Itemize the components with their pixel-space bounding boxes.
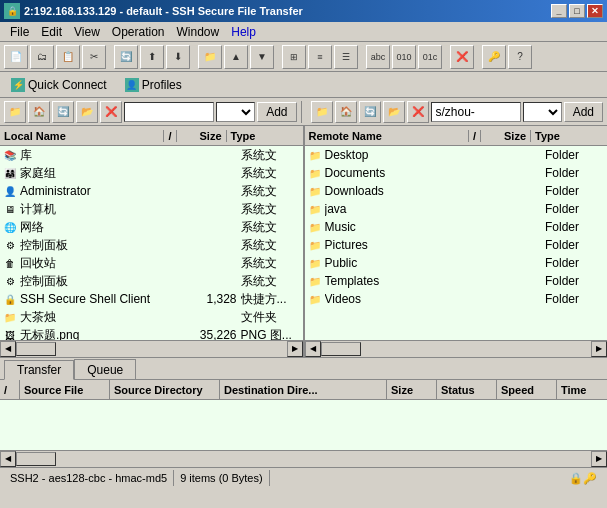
- tab-queue[interactable]: Queue: [74, 359, 136, 379]
- tb-new[interactable]: 📄: [4, 45, 28, 69]
- tb-download[interactable]: ▼: [250, 45, 274, 69]
- local-file-name: SSH Secure Shell Client: [20, 292, 191, 306]
- local-scroll-thumb[interactable]: [16, 342, 56, 356]
- local-delete-button[interactable]: ❌: [100, 101, 122, 123]
- tb-abc[interactable]: abc: [366, 45, 390, 69]
- tb-010[interactable]: 010: [392, 45, 416, 69]
- menu-help[interactable]: Help: [225, 23, 262, 41]
- remote-hscrollbar[interactable]: ◀ ▶: [305, 340, 608, 356]
- tb-open[interactable]: 🗂: [30, 45, 54, 69]
- remote-scroll-right[interactable]: ▶: [591, 341, 607, 357]
- transfer-scroll-right[interactable]: ▶: [591, 451, 607, 467]
- toolbar: 📄 🗂 📋 ✂ 🔄 ⬆ ⬇ 📁 ▲ ▼ ⊞ ≡ ☰ abc 010 01c ❌ …: [0, 42, 607, 72]
- local-file-row[interactable]: 🖼 无标题.png 35,226 PNG 图...: [0, 326, 303, 340]
- tb-01c[interactable]: 01c: [418, 45, 442, 69]
- tb-detail[interactable]: ☰: [334, 45, 358, 69]
- minimize-button[interactable]: _: [551, 4, 567, 18]
- local-file-row[interactable]: 👨‍👩‍👧 家庭组 系统文: [0, 164, 303, 182]
- tb-help[interactable]: ?: [508, 45, 532, 69]
- local-back-button[interactable]: 📁: [4, 101, 26, 123]
- remote-scroll-thumb[interactable]: [321, 342, 361, 356]
- tb-cancel[interactable]: ❌: [450, 45, 474, 69]
- remote-address-dropdown[interactable]: [523, 102, 562, 122]
- local-file-row[interactable]: ⚙ 控制面板 系统文: [0, 236, 303, 254]
- th-dest-dir[interactable]: Destination Dire...: [220, 380, 387, 400]
- th-size[interactable]: Size: [387, 380, 437, 400]
- remote-back-button[interactable]: 📁: [311, 101, 333, 123]
- remote-file-name: Music: [325, 220, 496, 234]
- local-add-button[interactable]: Add: [257, 102, 296, 122]
- tb-refresh[interactable]: 🔄: [114, 45, 138, 69]
- local-file-row[interactable]: 🗑 回收站 系统文: [0, 254, 303, 272]
- close-button[interactable]: ✕: [587, 4, 603, 18]
- remote-file-row[interactable]: 📁 Templates Folder: [305, 272, 608, 290]
- menu-operation[interactable]: Operation: [106, 23, 171, 41]
- maximize-button[interactable]: □: [569, 4, 585, 18]
- remote-scroll-track[interactable]: [321, 341, 592, 357]
- menu-edit[interactable]: Edit: [35, 23, 68, 41]
- remote-file-icon: 📁: [307, 201, 323, 217]
- local-file-row[interactable]: 🌐 网络 系统文: [0, 218, 303, 236]
- local-file-row[interactable]: 📁 大茶烛 文件夹: [0, 308, 303, 326]
- local-file-size: 1,328: [191, 292, 241, 306]
- local-address-dropdown[interactable]: [216, 102, 255, 122]
- local-file-row[interactable]: 📚 库 系统文: [0, 146, 303, 164]
- tb-key[interactable]: 🔑: [482, 45, 506, 69]
- tb-upload[interactable]: ▲: [224, 45, 248, 69]
- local-file-row[interactable]: 🖥 计算机 系统文: [0, 200, 303, 218]
- profiles-button[interactable]: 👤 Profiles: [118, 75, 189, 95]
- local-file-row[interactable]: 👤 Administrator 系统文: [0, 182, 303, 200]
- quick-connect-button[interactable]: ⚡ Quick Connect: [4, 75, 114, 95]
- tb-copy[interactable]: 📋: [56, 45, 80, 69]
- local-up-button[interactable]: 🏠: [28, 101, 50, 123]
- local-scroll-track[interactable]: [16, 341, 287, 357]
- tb-grid[interactable]: ⊞: [282, 45, 306, 69]
- tab-transfer[interactable]: Transfer: [4, 360, 74, 380]
- remote-file-row[interactable]: 📁 Music Folder: [305, 218, 608, 236]
- menu-window[interactable]: Window: [171, 23, 226, 41]
- remote-add-button[interactable]: Add: [564, 102, 603, 122]
- menu-view[interactable]: View: [68, 23, 106, 41]
- transfer-scroll-left[interactable]: ◀: [0, 451, 16, 467]
- tb-list[interactable]: ≡: [308, 45, 332, 69]
- th-source-dir[interactable]: Source Directory: [110, 380, 220, 400]
- local-address-input[interactable]: [124, 102, 214, 122]
- remote-file-row[interactable]: 📁 java Folder: [305, 200, 608, 218]
- remote-refresh-button[interactable]: 🔄: [359, 101, 381, 123]
- remote-new-folder-button[interactable]: 📂: [383, 101, 405, 123]
- th-status[interactable]: Status: [437, 380, 497, 400]
- local-file-row[interactable]: 🔒 SSH Secure Shell Client 1,328 快捷方...: [0, 290, 303, 308]
- th-time[interactable]: Time: [557, 380, 607, 400]
- remote-file-row[interactable]: 📁 Desktop Folder: [305, 146, 608, 164]
- quick-connect-label: Quick Connect: [28, 78, 107, 92]
- tb-folder1[interactable]: 📁: [198, 45, 222, 69]
- remote-scroll-left[interactable]: ◀: [305, 341, 321, 357]
- local-scroll-left[interactable]: ◀: [0, 341, 16, 357]
- transfer-scroll-track[interactable]: [16, 451, 591, 467]
- tb-cut[interactable]: ✂: [82, 45, 106, 69]
- local-scroll-right[interactable]: ▶: [287, 341, 303, 357]
- tb-up[interactable]: ⬆: [140, 45, 164, 69]
- remote-address-input[interactable]: s/zhou-: [431, 102, 521, 122]
- remote-file-row[interactable]: 📁 Documents Folder: [305, 164, 608, 182]
- address-row: 📁 🏠 🔄 📂 ❌ Add 📁 🏠 🔄 📂 ❌ s/zhou- Add: [0, 98, 607, 126]
- transfer-hscrollbar[interactable]: ◀ ▶: [0, 450, 607, 466]
- local-file-row[interactable]: ⚙ 控制面板 系统文: [0, 272, 303, 290]
- tb-down[interactable]: ⬇: [166, 45, 190, 69]
- remote-file-row[interactable]: 📁 Pictures Folder: [305, 236, 608, 254]
- local-new-folder-button[interactable]: 📂: [76, 101, 98, 123]
- local-refresh-button[interactable]: 🔄: [52, 101, 74, 123]
- remote-up-button[interactable]: 🏠: [335, 101, 357, 123]
- menu-file[interactable]: File: [4, 23, 35, 41]
- th-slash[interactable]: /: [0, 380, 20, 400]
- transfer-scroll-thumb[interactable]: [16, 452, 56, 466]
- local-file-icon: 👤: [2, 183, 18, 199]
- local-file-icon: 🖥: [2, 201, 18, 217]
- local-hscrollbar[interactable]: ◀ ▶: [0, 340, 303, 356]
- remote-file-row[interactable]: 📁 Downloads Folder: [305, 182, 608, 200]
- th-speed[interactable]: Speed: [497, 380, 557, 400]
- remote-file-row[interactable]: 📁 Public Folder: [305, 254, 608, 272]
- remote-delete-button[interactable]: ❌: [407, 101, 429, 123]
- remote-file-row[interactable]: 📁 Videos Folder: [305, 290, 608, 308]
- th-source-file[interactable]: Source File: [20, 380, 110, 400]
